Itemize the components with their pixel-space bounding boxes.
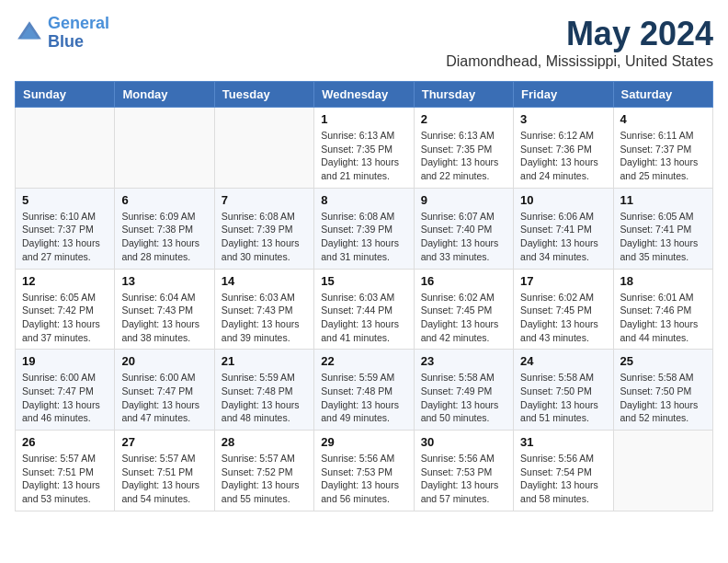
- day-info: Sunrise: 5:56 AM Sunset: 7:54 PM Dayligh…: [520, 452, 606, 506]
- day-info: Sunrise: 6:08 AM Sunset: 7:39 PM Dayligh…: [222, 210, 307, 264]
- day-cell-4: 4Sunrise: 6:11 AM Sunset: 7:37 PM Daylig…: [613, 108, 712, 189]
- day-info: Sunrise: 6:08 AM Sunset: 7:39 PM Dayligh…: [321, 210, 406, 264]
- day-info: Sunrise: 5:59 AM Sunset: 7:48 PM Dayligh…: [321, 371, 406, 425]
- day-number: 23: [421, 354, 506, 368]
- day-number: 30: [421, 435, 506, 449]
- day-info: Sunrise: 5:58 AM Sunset: 7:49 PM Dayligh…: [421, 371, 506, 425]
- day-number: 21: [222, 354, 307, 368]
- day-info: Sunrise: 5:58 AM Sunset: 7:50 PM Dayligh…: [520, 371, 606, 425]
- day-number: 14: [222, 274, 307, 288]
- day-info: Sunrise: 5:58 AM Sunset: 7:50 PM Dayligh…: [620, 371, 706, 425]
- page-header: General Blue May 2024 Diamondhead, Missi…: [15, 15, 713, 70]
- day-cell-13: 13Sunrise: 6:04 AM Sunset: 7:43 PM Dayli…: [115, 269, 214, 350]
- day-number: 3: [520, 112, 606, 126]
- day-number: 16: [421, 274, 506, 288]
- day-info: Sunrise: 5:57 AM Sunset: 7:51 PM Dayligh…: [121, 452, 207, 506]
- day-info: Sunrise: 6:00 AM Sunset: 7:47 PM Dayligh…: [22, 371, 108, 425]
- day-info: Sunrise: 6:04 AM Sunset: 7:43 PM Dayligh…: [121, 291, 207, 345]
- week-row-1: 1Sunrise: 6:13 AM Sunset: 7:35 PM Daylig…: [16, 108, 713, 189]
- day-cell-25: 25Sunrise: 5:58 AM Sunset: 7:50 PM Dayli…: [613, 350, 712, 431]
- day-number: 9: [421, 193, 506, 207]
- day-info: Sunrise: 6:12 AM Sunset: 7:36 PM Dayligh…: [520, 129, 606, 183]
- day-number: 29: [321, 435, 406, 449]
- day-number: 11: [620, 193, 706, 207]
- day-number: 4: [620, 112, 706, 126]
- day-cell-1: 1Sunrise: 6:13 AM Sunset: 7:35 PM Daylig…: [314, 108, 414, 189]
- day-info: Sunrise: 5:56 AM Sunset: 7:53 PM Dayligh…: [421, 452, 506, 506]
- day-number: 13: [121, 274, 207, 288]
- day-cell-2: 2Sunrise: 6:13 AM Sunset: 7:35 PM Daylig…: [414, 108, 513, 189]
- weekday-header-saturday: Saturday: [613, 82, 712, 108]
- day-number: 25: [620, 354, 706, 368]
- weekday-header-thursday: Thursday: [414, 82, 513, 108]
- week-row-5: 26Sunrise: 5:57 AM Sunset: 7:51 PM Dayli…: [16, 431, 713, 511]
- day-info: Sunrise: 5:57 AM Sunset: 7:51 PM Dayligh…: [22, 452, 108, 506]
- day-info: Sunrise: 6:00 AM Sunset: 7:47 PM Dayligh…: [121, 371, 207, 425]
- day-info: Sunrise: 6:09 AM Sunset: 7:38 PM Dayligh…: [121, 210, 207, 264]
- day-cell-7: 7Sunrise: 6:08 AM Sunset: 7:39 PM Daylig…: [214, 188, 313, 269]
- day-info: Sunrise: 6:02 AM Sunset: 7:45 PM Dayligh…: [520, 291, 606, 345]
- day-cell-8: 8Sunrise: 6:08 AM Sunset: 7:39 PM Daylig…: [314, 188, 414, 269]
- day-number: 28: [222, 435, 307, 449]
- day-info: Sunrise: 6:05 AM Sunset: 7:42 PM Dayligh…: [22, 291, 108, 345]
- day-number: 12: [22, 274, 108, 288]
- day-info: Sunrise: 6:10 AM Sunset: 7:37 PM Dayligh…: [22, 210, 108, 264]
- day-number: 5: [22, 193, 108, 207]
- day-number: 2: [421, 112, 506, 126]
- logo-icon: [15, 18, 44, 48]
- day-info: Sunrise: 6:11 AM Sunset: 7:37 PM Dayligh…: [620, 129, 706, 183]
- day-number: 1: [321, 112, 406, 126]
- day-info: Sunrise: 6:07 AM Sunset: 7:40 PM Dayligh…: [421, 210, 506, 264]
- day-info: Sunrise: 6:13 AM Sunset: 7:35 PM Dayligh…: [321, 129, 406, 183]
- day-cell-30: 30Sunrise: 5:56 AM Sunset: 7:53 PM Dayli…: [414, 431, 513, 511]
- day-number: 15: [321, 274, 406, 288]
- day-info: Sunrise: 6:02 AM Sunset: 7:45 PM Dayligh…: [421, 291, 506, 345]
- day-cell-22: 22Sunrise: 5:59 AM Sunset: 7:48 PM Dayli…: [314, 350, 414, 431]
- day-number: 22: [321, 354, 406, 368]
- day-number: 27: [121, 435, 207, 449]
- calendar-table: SundayMondayTuesdayWednesdayThursdayFrid…: [15, 81, 713, 511]
- day-cell-28: 28Sunrise: 5:57 AM Sunset: 7:52 PM Dayli…: [214, 431, 313, 511]
- day-number: 24: [520, 354, 606, 368]
- day-number: 17: [520, 274, 606, 288]
- day-info: Sunrise: 6:03 AM Sunset: 7:44 PM Dayligh…: [321, 291, 406, 345]
- day-number: 7: [222, 193, 307, 207]
- weekday-header-wednesday: Wednesday: [314, 82, 414, 108]
- day-cell-24: 24Sunrise: 5:58 AM Sunset: 7:50 PM Dayli…: [514, 350, 613, 431]
- day-cell-6: 6Sunrise: 6:09 AM Sunset: 7:38 PM Daylig…: [115, 188, 214, 269]
- day-number: 20: [121, 354, 207, 368]
- empty-cell: [214, 108, 313, 189]
- day-info: Sunrise: 6:05 AM Sunset: 7:41 PM Dayligh…: [620, 210, 706, 264]
- day-info: Sunrise: 6:06 AM Sunset: 7:41 PM Dayligh…: [520, 210, 606, 264]
- day-cell-15: 15Sunrise: 6:03 AM Sunset: 7:44 PM Dayli…: [314, 269, 414, 350]
- day-cell-18: 18Sunrise: 6:01 AM Sunset: 7:46 PM Dayli…: [613, 269, 712, 350]
- day-cell-11: 11Sunrise: 6:05 AM Sunset: 7:41 PM Dayli…: [613, 188, 712, 269]
- weekday-header-row: SundayMondayTuesdayWednesdayThursdayFrid…: [16, 82, 713, 108]
- day-cell-16: 16Sunrise: 6:02 AM Sunset: 7:45 PM Dayli…: [414, 269, 513, 350]
- day-number: 31: [520, 435, 606, 449]
- day-info: Sunrise: 5:57 AM Sunset: 7:52 PM Dayligh…: [222, 452, 307, 506]
- day-info: Sunrise: 6:01 AM Sunset: 7:46 PM Dayligh…: [620, 291, 706, 345]
- week-row-2: 5Sunrise: 6:10 AM Sunset: 7:37 PM Daylig…: [16, 188, 713, 269]
- day-cell-21: 21Sunrise: 5:59 AM Sunset: 7:48 PM Dayli…: [214, 350, 313, 431]
- calendar-title: May 2024: [446, 15, 713, 53]
- day-cell-3: 3Sunrise: 6:12 AM Sunset: 7:36 PM Daylig…: [514, 108, 613, 189]
- day-cell-12: 12Sunrise: 6:05 AM Sunset: 7:42 PM Dayli…: [16, 269, 115, 350]
- empty-cell: [16, 108, 115, 189]
- day-cell-27: 27Sunrise: 5:57 AM Sunset: 7:51 PM Dayli…: [115, 431, 214, 511]
- day-cell-10: 10Sunrise: 6:06 AM Sunset: 7:41 PM Dayli…: [514, 188, 613, 269]
- day-number: 26: [22, 435, 108, 449]
- week-row-4: 19Sunrise: 6:00 AM Sunset: 7:47 PM Dayli…: [16, 350, 713, 431]
- day-number: 10: [520, 193, 606, 207]
- day-number: 19: [22, 354, 108, 368]
- day-cell-14: 14Sunrise: 6:03 AM Sunset: 7:43 PM Dayli…: [214, 269, 313, 350]
- weekday-header-sunday: Sunday: [16, 82, 115, 108]
- day-cell-26: 26Sunrise: 5:57 AM Sunset: 7:51 PM Dayli…: [16, 431, 115, 511]
- day-number: 8: [321, 193, 406, 207]
- day-number: 6: [121, 193, 207, 207]
- day-info: Sunrise: 6:03 AM Sunset: 7:43 PM Dayligh…: [222, 291, 307, 345]
- weekday-header-monday: Monday: [115, 82, 214, 108]
- day-number: 18: [620, 274, 706, 288]
- day-cell-29: 29Sunrise: 5:56 AM Sunset: 7:53 PM Dayli…: [314, 431, 414, 511]
- logo: General Blue: [15, 15, 109, 52]
